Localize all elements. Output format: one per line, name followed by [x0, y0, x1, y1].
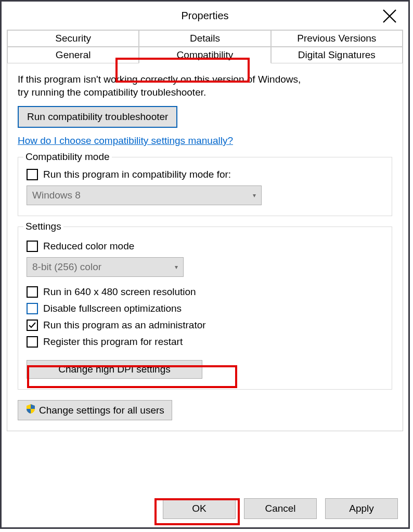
reduced-color-label: Reduced color mode: [43, 241, 134, 252]
run-640x480-checkbox[interactable]: [27, 286, 38, 298]
tab-previous-versions[interactable]: Previous Versions: [271, 30, 403, 47]
tab-panel-compatibility: If this program isn't working correctly …: [7, 63, 403, 431]
color-depth-combo[interactable]: 8-bit (256) color ▾: [27, 257, 184, 277]
compat-mode-label: Run this program in compatibility mode f…: [43, 169, 231, 180]
disable-fullscreen-label: Disable fullscreen optimizations: [43, 303, 182, 314]
titlebar: Properties: [2, 2, 408, 30]
run-troubleshooter-button[interactable]: Run compatibility troubleshooter: [18, 106, 177, 128]
tab-digital-signatures[interactable]: Digital Signatures: [271, 47, 403, 63]
dialog-footer: OK Cancel Apply: [163, 498, 398, 519]
settings-legend: Settings: [23, 221, 63, 232]
change-dpi-button[interactable]: Change high DPI settings: [27, 360, 202, 379]
change-all-users-button[interactable]: Change settings for all users: [18, 400, 172, 420]
color-depth-value: 8-bit (256) color: [32, 261, 101, 273]
properties-dialog: Properties Security Details Previous Ver…: [0, 0, 410, 529]
run-as-admin-checkbox[interactable]: [27, 320, 38, 331]
compat-mode-checkbox[interactable]: [27, 169, 38, 180]
register-restart-label: Register this program for restart: [43, 336, 183, 348]
tab-details[interactable]: Details: [139, 30, 270, 47]
intro-line-1: If this program isn't working correctly …: [18, 74, 301, 85]
run-as-admin-label: Run this program as an administrator: [43, 320, 206, 331]
tab-compatibility[interactable]: Compatibility: [139, 47, 270, 63]
cancel-button[interactable]: Cancel: [244, 498, 317, 519]
shield-icon: [25, 404, 36, 417]
tab-strip: Security Details Previous Versions Gener…: [7, 30, 403, 63]
compatibility-mode-group: Compatibility mode Run this program in c…: [18, 157, 392, 216]
intro-line-2: try running the compatibility troublesho…: [18, 87, 206, 98]
compat-mode-combo[interactable]: Windows 8 ▾: [27, 185, 262, 205]
intro-text: If this program isn't working correctly …: [18, 73, 392, 99]
register-restart-checkbox[interactable]: [27, 336, 38, 348]
tab-security[interactable]: Security: [7, 30, 139, 47]
change-all-users-label: Change settings for all users: [39, 405, 164, 416]
manual-settings-link[interactable]: How do I choose compatibility settings m…: [18, 135, 233, 147]
disable-fullscreen-checkbox[interactable]: [27, 303, 38, 314]
compat-mode-combo-value: Windows 8: [32, 190, 81, 201]
settings-group: Settings Reduced color mode 8-bit (256) …: [18, 227, 392, 390]
compatibility-mode-legend: Compatibility mode: [23, 151, 112, 163]
apply-button[interactable]: Apply: [325, 498, 398, 519]
reduced-color-checkbox[interactable]: [27, 241, 38, 252]
tab-general[interactable]: General: [7, 47, 139, 63]
ok-button[interactable]: OK: [163, 498, 236, 519]
window-title: Properties: [181, 10, 228, 22]
run-640x480-label: Run in 640 x 480 screen resolution: [43, 286, 196, 298]
chevron-down-icon: ▾: [175, 263, 178, 271]
chevron-down-icon: ▾: [253, 192, 256, 199]
close-icon[interactable]: [380, 7, 399, 25]
